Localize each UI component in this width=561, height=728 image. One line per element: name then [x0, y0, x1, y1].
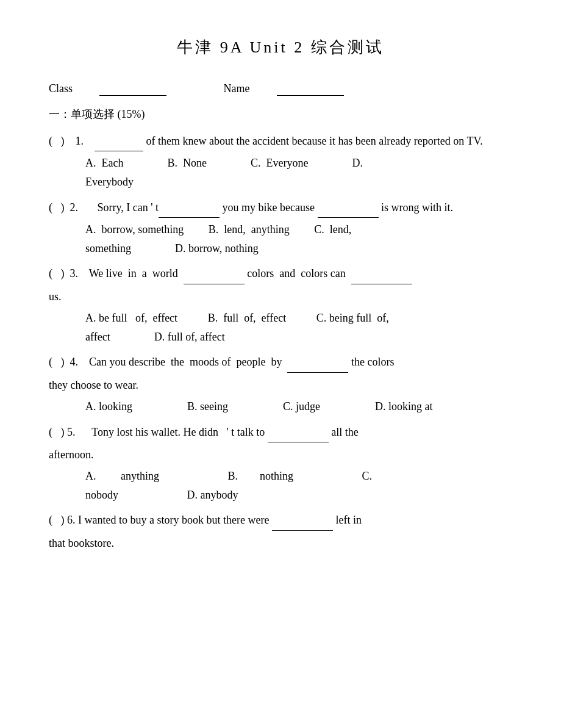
q6-blank: [272, 510, 333, 530]
name-label: Name: [224, 82, 250, 96]
question-2: ( ) 2. Sorry, I can ' t you my bike beca…: [49, 198, 512, 258]
q2-options: A. borrow, something B. lend, anything C…: [49, 220, 512, 239]
question-3: ( ) 3. We live in a world colors and col…: [49, 264, 512, 346]
q4-optC: C. judge: [283, 400, 320, 413]
q3-text2: us.: [49, 287, 512, 306]
q2-number: 2.: [70, 201, 79, 214]
name-field: [277, 82, 344, 96]
q1-optD: D.: [352, 157, 363, 169]
q6-text: ( ) 6. I wanted to buy a story book but …: [49, 510, 512, 530]
class-field: [99, 82, 166, 96]
q4-options: A. looking B. seeing C. judge D. looking…: [49, 397, 512, 416]
q2-optC: C. lend,: [314, 223, 351, 236]
q2-text: ( ) 2. Sorry, I can ' t you my bike beca…: [49, 198, 512, 218]
q4-optB: B. seeing: [187, 400, 228, 413]
q3-blank2: [351, 264, 412, 284]
q2-optA: A. borrow, something: [85, 223, 184, 236]
q3-options: A. be full of, effect B. full of, effect…: [49, 309, 512, 328]
q4-text2: they choose to wear.: [49, 375, 512, 395]
q5-optC: C.: [362, 470, 373, 482]
q1-optC: C. Everyone: [251, 157, 308, 169]
q3-number: 3.: [70, 267, 79, 279]
q5-text2: afternoon.: [49, 445, 512, 464]
q3-text: ( ) 3. We live in a world colors and col…: [49, 264, 512, 284]
q2-blank2: [318, 198, 379, 218]
q3-blank1: [184, 264, 245, 284]
q6-number: 6.: [67, 514, 76, 526]
q3-optCD-text: affect D. full of, affect: [49, 328, 512, 347]
class-name-row: Class Name: [49, 82, 512, 96]
q5-text: ( ) 5. Tony lost his wallet. He didn ' t…: [49, 422, 512, 442]
q5-options: A. anything B. nothing C.: [49, 467, 512, 486]
question-6: ( ) 6. I wanted to buy a story book but …: [49, 510, 512, 553]
q4-number: 4.: [70, 356, 79, 368]
q4-optD: D. looking at: [375, 400, 433, 413]
q5-optCD-text: nobody D. anybody: [49, 486, 512, 505]
q5-blank: [268, 422, 329, 442]
question-5: ( ) 5. Tony lost his wallet. He didn ' t…: [49, 422, 512, 505]
question-4: ( ) 4. Can you describe the moods of peo…: [49, 352, 512, 416]
q3-optC: C. being full of,: [316, 312, 389, 324]
q4-optA: A. looking: [85, 400, 132, 413]
q5-optA: A. anything: [85, 470, 159, 482]
q1-optB: B. None: [167, 157, 207, 169]
section1-header: 一：单项选择 (15%): [49, 107, 512, 121]
q1-options: A. Each B. None C. Everyone D.: [49, 154, 512, 173]
question-1: ( ) 1. of them knew about the accident b…: [49, 131, 512, 192]
q5-optB: B. nothing: [228, 470, 294, 482]
q4-text: ( ) 4. Can you describe the moods of peo…: [49, 352, 512, 372]
q1-blank: [95, 131, 143, 151]
q2-optCD-text: something D. borrow, nothing: [49, 239, 512, 258]
page-title: 牛津 9A Unit 2 综合测试: [49, 37, 512, 58]
q1-number: 1.: [76, 135, 84, 147]
q5-number: 5.: [67, 426, 76, 438]
q1-text: ( ) 1. of them knew about the accident b…: [49, 131, 512, 151]
q1-optA: A. Each: [85, 157, 123, 169]
q1-optD-text: Everybody: [49, 173, 512, 192]
q3-optA: A. be full of, effect: [85, 312, 177, 324]
q4-blank: [287, 352, 348, 372]
q6-text2: that bookstore.: [49, 533, 512, 553]
q3-optB: B. full of, effect: [208, 312, 287, 324]
q2-blank1: [159, 198, 220, 218]
class-label: Class: [49, 82, 73, 96]
q2-optB: B. lend, anything: [209, 223, 290, 236]
